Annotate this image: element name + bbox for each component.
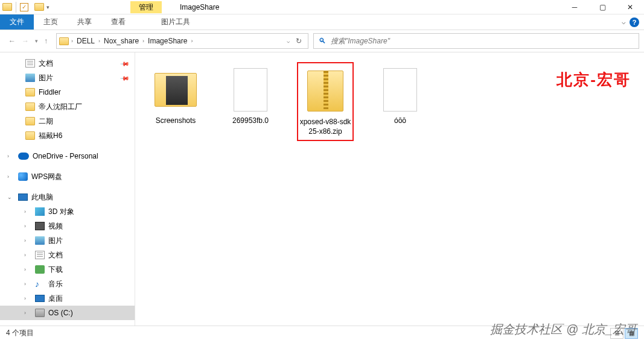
- file-item[interactable]: 269953fb.0: [222, 62, 279, 130]
- sidebar-item[interactable]: ›3D 对象: [0, 204, 135, 219]
- onedrive-icon: [18, 153, 29, 160]
- forward-button[interactable]: →: [22, 37, 29, 45]
- download-icon: [35, 265, 45, 274]
- help-icon[interactable]: ?: [630, 17, 639, 27]
- search-input[interactable]: [331, 37, 634, 45]
- file-list[interactable]: Screenshots 269953fb.0 xposed-v88-sdk25-…: [135, 52, 644, 326]
- sidebar-item-label: 此电脑: [31, 192, 53, 203]
- folder-thumbnail: [151, 66, 200, 114]
- sidebar-item-label: 3D 对象: [48, 207, 74, 217]
- chevron-right-icon[interactable]: ›: [24, 295, 26, 301]
- chevron-right-icon[interactable]: ›: [24, 281, 26, 287]
- chevron-right-icon[interactable]: ›: [24, 266, 26, 272]
- tab-share[interactable]: 共享: [68, 14, 101, 30]
- tab-home[interactable]: 主页: [34, 14, 68, 30]
- chevron-right-icon[interactable]: ›: [24, 223, 26, 229]
- file-item-folder[interactable]: Screenshots: [147, 62, 204, 130]
- file-thumbnail: [226, 66, 275, 114]
- ribbon-collapse-icon[interactable]: ⌵: [622, 18, 626, 26]
- sidebar-item[interactable]: ›文档: [0, 248, 135, 262]
- address-bar[interactable]: › DELL › Nox_share › ImageShare › ⌵ ↻: [56, 33, 308, 49]
- sidebar-item[interactable]: 图片📌: [0, 71, 135, 85]
- chevron-right-icon[interactable]: ›: [98, 38, 100, 44]
- folder-icon: [25, 102, 35, 111]
- sidebar-item[interactable]: ›视频: [0, 219, 135, 233]
- sidebar-item-label: 图片: [39, 73, 53, 83]
- sidebar-item[interactable]: ›图片: [0, 233, 135, 248]
- back-button[interactable]: ←: [8, 37, 16, 45]
- sidebar-item-label: 帝人沈阳工厂: [39, 102, 82, 112]
- sidebar-item-wps[interactable]: ›WPS网盘: [0, 169, 135, 184]
- chevron-right-icon[interactable]: ›: [24, 209, 26, 215]
- maximize-button[interactable]: ▢: [588, 0, 616, 14]
- folder-icon: [25, 88, 35, 96]
- tab-view[interactable]: 查看: [101, 14, 135, 30]
- recent-dropdown-icon[interactable]: ▾: [35, 38, 38, 44]
- sidebar-item-onedrive[interactable]: ›OneDrive - Personal: [0, 149, 135, 163]
- address-row: ← → ▾ ↑ › DELL › Nox_share › ImageShare …: [0, 30, 644, 52]
- chevron-right-icon[interactable]: ›: [142, 38, 144, 44]
- breadcrumb-segment[interactable]: DELL: [75, 37, 96, 45]
- chevron-right-icon[interactable]: ›: [71, 38, 73, 44]
- file-thumbnail: [376, 66, 424, 114]
- breadcrumb-segment[interactable]: Nox_share: [103, 37, 140, 45]
- sidebar-item[interactable]: ›♪音乐: [0, 277, 135, 291]
- manage-tab[interactable]: 管理: [130, 1, 162, 13]
- chevron-right-icon[interactable]: ›: [191, 38, 193, 44]
- refresh-icon[interactable]: ↻: [296, 37, 302, 45]
- tab-file[interactable]: 文件: [0, 14, 34, 30]
- document-icon: [25, 59, 35, 68]
- sidebar-item-label: 音乐: [48, 279, 63, 289]
- sidebar-item[interactable]: Fiddler: [0, 85, 135, 99]
- pc-icon: [18, 194, 28, 201]
- tab-picture-tools[interactable]: 图片工具: [151, 14, 200, 30]
- chevron-right-icon[interactable]: ›: [7, 174, 9, 180]
- music-icon: ♪: [35, 280, 45, 288]
- sidebar-item-os-c[interactable]: ›OS (C:): [0, 306, 135, 320]
- file-label: Screenshots: [156, 116, 196, 126]
- ribbon-tabs: 文件 主页 共享 查看 图片工具 ⌵ ?: [0, 14, 644, 30]
- sidebar-item-label: 文档: [48, 250, 63, 260]
- title-bar: ✓ ▾ 管理 ImageShare ─ ▢ ✕: [0, 0, 644, 14]
- zip-thumbnail: [301, 67, 349, 115]
- folder-icon: [25, 131, 35, 140]
- properties-icon[interactable]: ✓: [20, 3, 28, 11]
- disk-icon: [35, 309, 45, 317]
- sidebar-item[interactable]: 文档📌: [0, 56, 135, 71]
- search-icon: 🔍︎: [319, 37, 326, 45]
- folder-icon: [25, 117, 35, 125]
- minimize-button[interactable]: ─: [561, 0, 588, 14]
- navigation-pane[interactable]: 文档📌 图片📌 Fiddler 帝人沈阳工厂 二期 福戴H6 ›OneDrive…: [0, 52, 135, 326]
- file-item-zip[interactable]: xposed-v88-sdk25-x86.zip: [297, 62, 354, 141]
- window-title: ImageShare: [180, 3, 219, 11]
- sidebar-item[interactable]: 福戴H6: [0, 128, 135, 143]
- sidebar-item-label: WPS网盘: [31, 172, 62, 182]
- sidebar-item-label: 桌面: [48, 294, 63, 304]
- sidebar-item-thispc[interactable]: ⌄此电脑: [0, 190, 135, 204]
- chevron-right-icon[interactable]: ›: [7, 153, 9, 159]
- chevron-right-icon[interactable]: ›: [24, 310, 26, 316]
- file-item[interactable]: óōō: [372, 62, 429, 130]
- chevron-right-icon[interactable]: ›: [24, 238, 26, 244]
- sidebar-item[interactable]: 二期: [0, 114, 135, 128]
- sidebar-item[interactable]: ›下载: [0, 262, 135, 277]
- sidebar-item-label: OS (C:): [48, 309, 73, 317]
- sidebar-item-label: 文档: [39, 58, 53, 69]
- sidebar-item-label: 图片: [48, 236, 63, 246]
- breadcrumb-segment[interactable]: ImageShare: [147, 37, 188, 45]
- file-label: xposed-v88-sdk25-x86.zip: [299, 118, 351, 136]
- close-button[interactable]: ✕: [616, 0, 644, 14]
- chevron-down-icon[interactable]: ⌄: [7, 194, 12, 200]
- address-dropdown-icon[interactable]: ⌵: [287, 38, 290, 44]
- watermark-text: 北京-宏哥: [556, 69, 631, 90]
- folder-icon: [2, 3, 12, 11]
- up-button[interactable]: ↑: [44, 37, 48, 45]
- sidebar-item[interactable]: ›桌面: [0, 291, 135, 306]
- search-box[interactable]: 🔍︎: [313, 33, 639, 49]
- chevron-right-icon[interactable]: ›: [24, 252, 26, 258]
- watermark-bottom: 掘金技术社区 @ 北京_宏哥: [490, 321, 637, 338]
- sidebar-item-label: 福戴H6: [39, 131, 62, 141]
- new-folder-icon[interactable]: [34, 3, 44, 11]
- sidebar-item[interactable]: 帝人沈阳工厂: [0, 99, 135, 114]
- qat-dropdown-icon[interactable]: ▾: [46, 4, 49, 10]
